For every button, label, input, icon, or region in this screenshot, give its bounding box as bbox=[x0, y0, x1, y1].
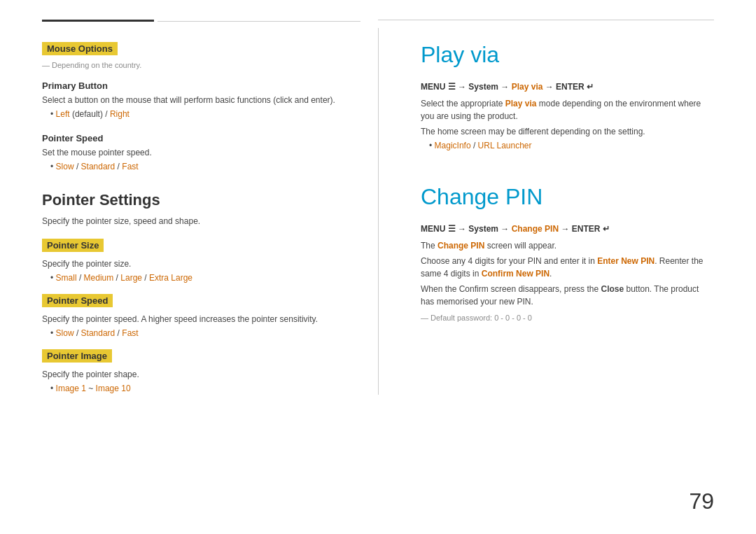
speed-fast: Fast bbox=[122, 162, 138, 171]
play-via-menu-path: MENU ☰ → System → Play via → ENTER ↵ bbox=[421, 82, 714, 92]
right-divider bbox=[378, 20, 714, 20]
menu-arrow2: → ENTER bbox=[542, 82, 587, 92]
image-10: Image 10 bbox=[96, 384, 131, 393]
pointer-speed-desc2: Specify the pointer speed. A higher spee… bbox=[42, 313, 336, 325]
menu-arrow1: → System → bbox=[456, 82, 512, 92]
mouse-options-badge: Mouse Options bbox=[42, 42, 118, 55]
play-via-desc1: Select the appropriate Play via mode dep… bbox=[421, 97, 714, 122]
pointer-speed-title: Pointer Speed bbox=[42, 133, 336, 143]
left-column: Mouse Options Depending on the country. … bbox=[42, 28, 336, 395]
menu-prefix: MENU bbox=[421, 82, 448, 92]
primary-button-description: Select a button on the mouse that will p… bbox=[42, 94, 336, 106]
speed-standard: Standard bbox=[81, 162, 115, 171]
pointer-speed-description: Set the mouse pointer speed. bbox=[42, 146, 336, 159]
change-pin-desc3: When the Confirm screen disappears, pres… bbox=[421, 283, 714, 308]
pointer-speed-options: Slow / Standard / Fast bbox=[50, 162, 336, 171]
ps-fast: Fast bbox=[122, 328, 138, 338]
magicinfo-option: MagicInfo bbox=[435, 141, 471, 150]
cp-menu-prefix: MENU bbox=[421, 224, 448, 234]
pointer-image-options: Image 1 ~ Image 10 bbox=[50, 384, 336, 393]
pointer-size-badge: Pointer Size bbox=[42, 239, 104, 252]
play-via-section: Play via MENU ☰ → System → Play via → EN… bbox=[421, 42, 714, 150]
change-pin-desc2: Choose any 4 digits for your PIN and ent… bbox=[421, 255, 714, 280]
size-extra-large: Extra Large bbox=[149, 273, 192, 283]
change-pin-path-highlight: Change PIN bbox=[512, 224, 559, 234]
option-right: Right bbox=[110, 109, 130, 119]
play-via-options: MagicInfo / URL Launcher bbox=[429, 141, 714, 150]
change-pin-title: Change PIN bbox=[421, 184, 714, 210]
mouse-options-note: Depending on the country. bbox=[42, 61, 336, 69]
cp-enter-icon: ↵ bbox=[603, 224, 610, 234]
change-pin-menu-path: MENU ☰ → System → Change PIN → ENTER ↵ bbox=[421, 224, 714, 234]
play-via-title: Play via bbox=[421, 42, 714, 68]
right-column: Play via MENU ☰ → System → Play via → EN… bbox=[378, 28, 714, 395]
ps-slow: Slow bbox=[56, 328, 74, 338]
pointer-size-description: Specify the pointer size. bbox=[42, 258, 336, 270]
primary-button-options: Left (default) / Right bbox=[50, 109, 336, 119]
ps-standard: Standard bbox=[81, 328, 115, 338]
change-pin-desc1: The Change PIN screen will appear. bbox=[421, 239, 714, 252]
play-via-inline-highlight: Play via bbox=[505, 99, 537, 108]
change-pin-inline: Change PIN bbox=[438, 241, 484, 251]
left-divider-light bbox=[158, 21, 360, 22]
size-small: Small bbox=[56, 273, 77, 283]
pointer-settings-title: Pointer Settings bbox=[42, 191, 336, 209]
pointer-image-badge: Pointer Image bbox=[42, 349, 112, 363]
option-left: Left bbox=[56, 109, 70, 119]
pointer-settings-description: Specify the pointer size, speed and shap… bbox=[42, 215, 336, 227]
option-sep: (default) / bbox=[70, 109, 110, 119]
menu-icon: ☰ bbox=[448, 82, 456, 92]
change-pin-section: Change PIN MENU ☰ → System → Change PIN … bbox=[421, 184, 714, 322]
play-via-desc2: The home screen may be different dependi… bbox=[421, 125, 714, 138]
primary-button-title: Primary Button bbox=[42, 80, 336, 91]
size-medium: Medium bbox=[84, 273, 114, 283]
speed-slow: Slow bbox=[56, 162, 74, 171]
play-via-path-highlight: Play via bbox=[512, 82, 543, 92]
cp-menu-arrow1: → System → bbox=[456, 224, 512, 234]
image-1: Image 1 bbox=[56, 384, 86, 393]
left-divider-dark bbox=[42, 20, 154, 22]
pointer-settings-section: Pointer Settings Specify the pointer siz… bbox=[42, 191, 336, 393]
pointer-size-options: Small / Medium / Large / Extra Large bbox=[50, 273, 336, 283]
close-label: Close bbox=[601, 284, 624, 294]
pointer-image-description: Specify the pointer shape. bbox=[42, 368, 336, 381]
pointer-speed-badge: Pointer Speed bbox=[42, 294, 113, 307]
default-password-note: Default password: 0 - 0 - 0 - 0 bbox=[421, 314, 714, 322]
pointer-speed-opts2: Slow / Standard / Fast bbox=[50, 328, 336, 338]
confirm-new-pin-label: Confirm New PIN bbox=[482, 269, 550, 279]
url-launcher-option: URL Launcher bbox=[478, 141, 532, 150]
enter-new-pin-label: Enter New PIN bbox=[597, 256, 654, 266]
cp-menu-icon: ☰ bbox=[448, 224, 456, 234]
enter-icon: ↵ bbox=[587, 82, 594, 92]
cp-menu-arrow2: → ENTER bbox=[559, 224, 603, 234]
size-large: Large bbox=[120, 273, 142, 283]
page-number: 79 bbox=[689, 489, 714, 514]
